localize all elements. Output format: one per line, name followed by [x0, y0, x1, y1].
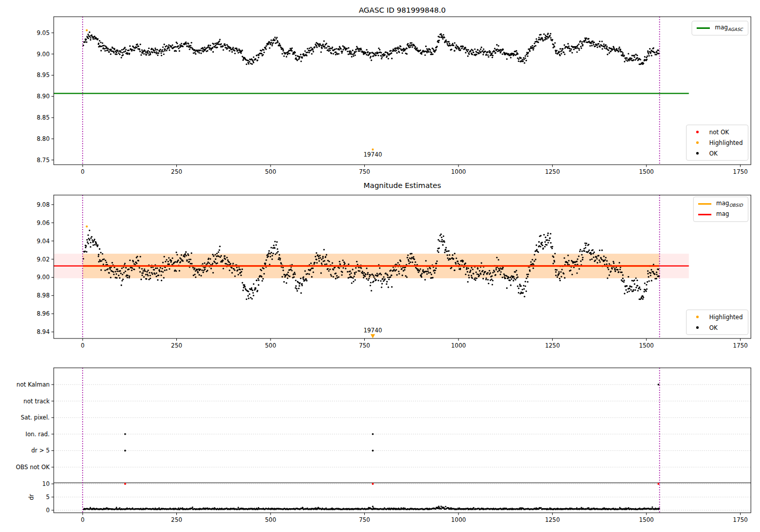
legend-top-markers: not OK Highlighted OK — [686, 125, 748, 161]
y-tick-label: 9.00 — [36, 274, 50, 281]
ok-marker-swatch — [691, 152, 704, 155]
y-tick-label: 9.08 — [36, 201, 50, 208]
highlighted-marker-swatch — [691, 141, 704, 144]
y-tick-label: 8.98 — [36, 292, 50, 299]
x-tick-label: 1000 — [451, 342, 466, 349]
axes-frame — [54, 368, 751, 513]
dr-not-ok-point — [372, 483, 374, 485]
dr-not-ok-point — [124, 483, 126, 485]
x-tick-label: 750 — [359, 342, 370, 349]
flag-point — [124, 450, 126, 452]
x-tick-label: 1500 — [639, 168, 654, 175]
dr-scatter — [83, 506, 660, 510]
y-tick-label: 8.75 — [36, 157, 50, 164]
x-tick-label: 0 — [81, 168, 84, 175]
legend-label: magAGASC — [715, 24, 743, 32]
flag-category-label: not Kalman — [16, 381, 50, 388]
legend-item-highlighted: Highlighted — [691, 313, 743, 321]
legend-item-mag: mag — [698, 211, 743, 218]
flag-point — [124, 433, 126, 435]
dr-tick-label: 0 — [46, 507, 50, 514]
dr-outlier-point — [442, 506, 443, 508]
ok-marker-swatch — [691, 326, 704, 329]
x-tick-label: 500 — [265, 342, 276, 349]
flag-category-label: OBS not OK — [16, 464, 50, 471]
legend-label: Highlighted — [709, 314, 743, 321]
x-tick-label: 750 — [359, 168, 370, 175]
flag-category-label: dr > 5 — [31, 447, 50, 454]
top-plot-title: AGASC ID 981999848.0 — [359, 6, 446, 14]
legend-label: OK — [709, 150, 718, 157]
x-tick-label: 250 — [171, 516, 182, 523]
chart-canvas: 19740025050075010001250150017508.758.808… — [0, 0, 760, 532]
mag-obsid-line-swatch — [698, 203, 711, 205]
flag-point — [658, 384, 660, 386]
legend-mag-lines: magOBSID mag — [693, 197, 748, 222]
y-tick-label: 9.05 — [36, 29, 50, 36]
x-tick-label: 750 — [359, 516, 370, 523]
ok-scatter — [83, 31, 660, 65]
y-tick-label: 9.04 — [36, 238, 50, 245]
flag-point — [372, 450, 374, 452]
mag-line-swatch — [698, 214, 711, 215]
x-tick-label: 1500 — [639, 342, 654, 349]
flag-category-label: Sat. pixel. — [21, 414, 50, 421]
legend-item-mag-obsid: magOBSID — [698, 200, 743, 208]
highlighted-point — [86, 225, 88, 227]
x-tick-label: 1750 — [733, 342, 748, 349]
mag-agasc-line-swatch — [697, 27, 710, 29]
x-tick-label: 1250 — [545, 342, 560, 349]
legend-item-mag-agasc: magAGASC — [697, 24, 743, 32]
y-tick-label: 8.96 — [36, 310, 50, 317]
y-tick-label: 8.90 — [36, 93, 50, 100]
legend-label: Highlighted — [709, 139, 743, 146]
clipped-highlighted-point — [370, 334, 375, 338]
legend-mag-agasc: magAGASC — [692, 21, 748, 35]
dr-not-ok-point — [658, 483, 660, 485]
highlighted-point-label: 19740 — [363, 327, 382, 334]
flag-category-label: Ion. rad. — [25, 431, 50, 438]
flag-point — [372, 433, 374, 435]
y-tick-label: 8.80 — [36, 135, 50, 142]
dr-tick-label: 10 — [42, 480, 50, 487]
x-tick-label: 0 — [81, 516, 84, 523]
highlighted-marker-swatch — [691, 316, 704, 318]
x-tick-label: 1750 — [733, 168, 748, 175]
dr-tick-label: 5 — [46, 493, 50, 501]
legend-label: not OK — [709, 129, 729, 136]
y-tick-label: 8.85 — [36, 114, 50, 121]
y-tick-label: 8.94 — [36, 328, 50, 335]
x-tick-label: 500 — [265, 168, 276, 175]
dr-axis-label: dr — [28, 494, 35, 500]
highlighted-point-label: 19740 — [363, 151, 382, 158]
x-tick-label: 0 — [81, 342, 84, 349]
legend-item-ok: OK — [691, 324, 743, 331]
y-tick-label: 9.02 — [36, 256, 50, 263]
x-tick-label: 250 — [171, 168, 182, 175]
middle-plot-title: Magnitude Estimates — [363, 181, 441, 189]
figure: 19740025050075010001250150017508.758.808… — [0, 0, 760, 532]
y-tick-label: 8.95 — [36, 71, 50, 79]
dr-outlier-point — [372, 506, 373, 507]
not-ok-marker-swatch — [691, 131, 704, 133]
legend-label: mag — [716, 210, 730, 218]
legend-label: magOBSID — [716, 200, 743, 208]
y-tick-label: 9.00 — [36, 51, 50, 58]
x-tick-label: 250 — [171, 342, 182, 349]
legend-item-highlighted: Highlighted — [691, 139, 743, 146]
highlighted-point — [86, 29, 88, 31]
highlighted-point — [372, 148, 374, 150]
x-tick-label: 500 — [265, 516, 276, 523]
x-tick-label: 1500 — [639, 516, 654, 523]
x-tick-label: 1250 — [545, 168, 560, 175]
x-tick-label: 1000 — [451, 516, 466, 523]
legend-item-not-ok: not OK — [691, 128, 743, 136]
legend-label: OK — [709, 324, 718, 331]
legend-middle-markers: Highlighted OK — [686, 310, 748, 335]
legend-item-ok: OK — [691, 149, 743, 157]
axes-frame — [54, 17, 751, 165]
x-tick-label: 1000 — [451, 168, 466, 175]
flag-category-label: not track — [23, 398, 50, 405]
x-tick-label: 1250 — [545, 516, 560, 523]
y-tick-label: 9.06 — [36, 219, 50, 226]
